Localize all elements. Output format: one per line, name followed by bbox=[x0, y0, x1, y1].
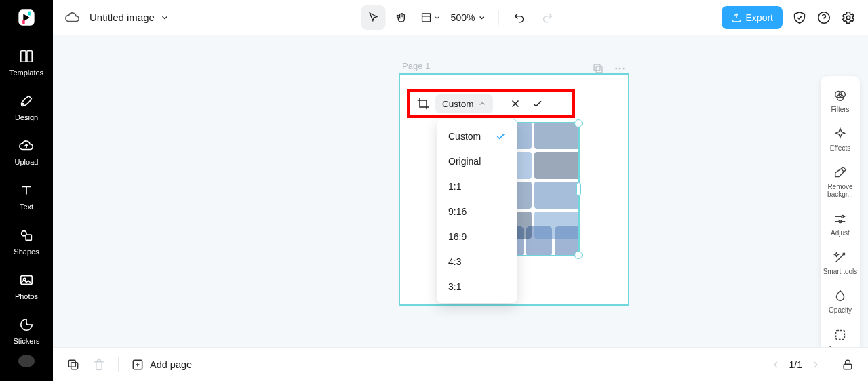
document-title-text: Untitled image bbox=[90, 12, 155, 23]
nav-label: Design bbox=[15, 113, 38, 121]
export-button[interactable]: Export bbox=[722, 6, 783, 29]
undo-button[interactable] bbox=[507, 5, 531, 30]
adjust-icon bbox=[833, 212, 848, 226]
settings-icon[interactable] bbox=[841, 10, 856, 25]
tool-label: Opacity bbox=[829, 306, 852, 314]
option-label: Original bbox=[448, 156, 481, 167]
divider bbox=[498, 10, 498, 25]
text-icon bbox=[18, 182, 35, 199]
effects-tool[interactable]: Effects bbox=[821, 120, 860, 159]
check-icon bbox=[495, 131, 506, 142]
svg-rect-13 bbox=[594, 64, 600, 71]
document-title[interactable]: Untitled image bbox=[90, 12, 170, 23]
chevron-up-icon bbox=[478, 100, 486, 108]
tool-label: Smart tools bbox=[823, 268, 858, 275]
chevron-down-icon bbox=[477, 14, 486, 22]
nav-text[interactable]: Text bbox=[0, 176, 53, 220]
arrange-tool[interactable]: Arrange bbox=[821, 321, 860, 347]
shield-icon[interactable] bbox=[792, 10, 807, 25]
add-page-button[interactable]: Add page bbox=[131, 358, 192, 372]
crop-toolbar: Custom bbox=[407, 89, 575, 118]
zoom-value: 500% bbox=[451, 12, 475, 23]
crop-handle-bottom-right[interactable] bbox=[574, 251, 583, 259]
tool-label: Effects bbox=[830, 144, 850, 152]
nav-shapes[interactable]: Shapes bbox=[0, 220, 53, 265]
crop-option-custom[interactable]: Custom bbox=[437, 123, 517, 148]
remove-bg-tool[interactable]: Remove backgr... bbox=[821, 159, 860, 205]
nav-label: Text bbox=[20, 203, 33, 211]
tool-label: Arrange bbox=[828, 345, 852, 347]
add-page-icon bbox=[131, 358, 144, 372]
design-icon bbox=[18, 93, 35, 109]
next-page-button bbox=[810, 359, 821, 370]
crop-aspect-dropdown: Custom Original 1:1 9:16 16:9 4:3 3:1 bbox=[437, 119, 517, 303]
export-icon bbox=[731, 12, 742, 23]
svg-rect-24 bbox=[68, 360, 75, 367]
user-avatar[interactable] bbox=[18, 355, 35, 367]
crop-option-9-16[interactable]: 9:16 bbox=[437, 199, 517, 224]
crop-option-original[interactable]: Original bbox=[437, 148, 517, 174]
nav-templates[interactable]: Templates bbox=[0, 41, 53, 86]
crop-option-1-1[interactable]: 1:1 bbox=[437, 174, 517, 199]
page-indicator: 1/1 bbox=[789, 359, 802, 370]
svg-rect-10 bbox=[422, 14, 431, 22]
crop-option-16-9[interactable]: 16:9 bbox=[437, 224, 517, 249]
delete-page-icon bbox=[92, 358, 106, 372]
svg-point-17 bbox=[623, 68, 625, 70]
photos-icon bbox=[18, 272, 35, 288]
templates-icon bbox=[18, 48, 35, 64]
svg-point-12 bbox=[846, 16, 850, 20]
nav-label: Upload bbox=[15, 158, 39, 166]
opacity-tool[interactable]: Opacity bbox=[821, 282, 860, 321]
filters-icon bbox=[833, 88, 848, 103]
help-icon[interactable] bbox=[816, 10, 831, 25]
crop-aspect-select[interactable]: Custom bbox=[435, 94, 493, 113]
top-toolbar: Untitled image 500% Export bbox=[53, 0, 868, 35]
canvas[interactable]: Page 1 bbox=[53, 35, 868, 347]
smart-tools[interactable]: Smart tools bbox=[821, 243, 860, 282]
svg-rect-7 bbox=[26, 235, 31, 240]
option-label: 1:1 bbox=[448, 181, 461, 192]
chevron-down-icon bbox=[160, 13, 170, 22]
svg-rect-3 bbox=[21, 51, 26, 62]
upload-icon bbox=[18, 138, 35, 154]
crop-icon[interactable] bbox=[416, 97, 430, 111]
crop-handle-top-right[interactable] bbox=[574, 119, 583, 127]
nav-label: Stickers bbox=[13, 337, 39, 345]
divider bbox=[831, 357, 831, 372]
crop-option-3-1[interactable]: 3:1 bbox=[437, 274, 517, 299]
crop-cancel-button[interactable] bbox=[507, 96, 524, 112]
svg-rect-14 bbox=[596, 66, 602, 73]
zoom-level[interactable]: 500% bbox=[447, 12, 490, 23]
adjust-tool[interactable]: Adjust bbox=[821, 205, 860, 243]
svg-rect-25 bbox=[71, 362, 78, 369]
nav-upload[interactable]: Upload bbox=[0, 131, 53, 176]
svg-point-15 bbox=[615, 68, 617, 70]
frame-tool[interactable] bbox=[418, 5, 443, 30]
main-area: Untitled image 500% Export bbox=[53, 0, 868, 381]
select-tool[interactable] bbox=[361, 5, 386, 30]
option-label: 9:16 bbox=[448, 206, 467, 217]
nav-stickers[interactable]: Stickers bbox=[0, 310, 53, 355]
svg-rect-27 bbox=[844, 364, 852, 369]
app-logo[interactable] bbox=[13, 7, 40, 28]
filters-tool[interactable]: Filters bbox=[821, 81, 860, 120]
export-label: Export bbox=[746, 12, 773, 23]
lock-icon[interactable] bbox=[841, 358, 854, 372]
crop-option-4-3[interactable]: 4:3 bbox=[437, 249, 517, 274]
hand-tool[interactable] bbox=[390, 5, 414, 30]
stickers-icon bbox=[18, 317, 35, 333]
prev-page-button bbox=[770, 359, 781, 370]
svg-rect-23 bbox=[836, 331, 845, 340]
crop-confirm-button[interactable] bbox=[529, 96, 545, 112]
pages-panel-icon[interactable] bbox=[66, 358, 80, 372]
option-label: 16:9 bbox=[448, 231, 467, 242]
add-page-label: Add page bbox=[150, 359, 192, 370]
crop-handle-right[interactable] bbox=[576, 182, 581, 196]
redo-button[interactable] bbox=[535, 5, 559, 30]
opacity-icon bbox=[833, 289, 848, 304]
nav-design[interactable]: Design bbox=[0, 86, 53, 131]
nav-photos[interactable]: Photos bbox=[0, 265, 53, 310]
cloud-sync-icon[interactable] bbox=[65, 10, 80, 25]
nav-label: Photos bbox=[15, 292, 38, 300]
